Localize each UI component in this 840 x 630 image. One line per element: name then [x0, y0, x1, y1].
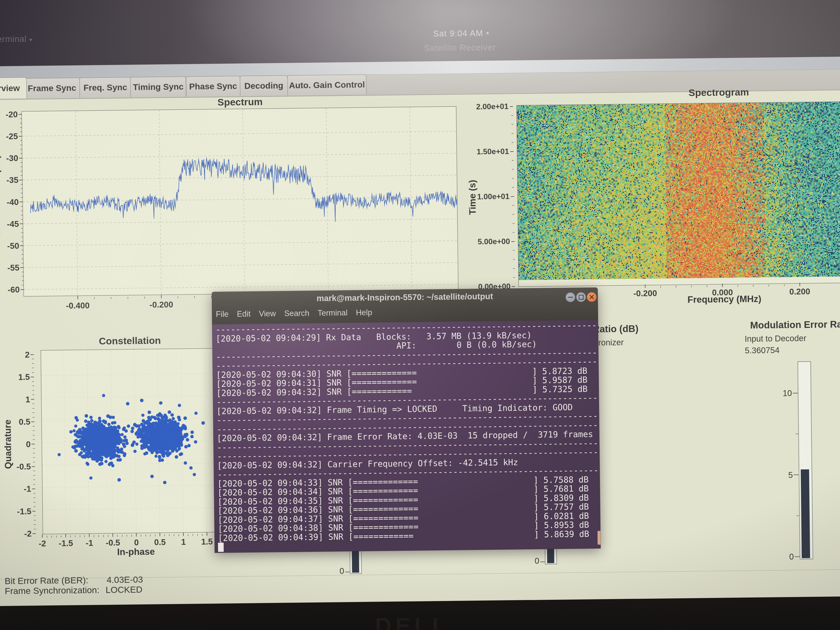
- chevron-down-icon: ▾: [29, 36, 32, 43]
- photographed-laptop-screen: Terminal ▾ Sat 9:04 AM ● Satellite Recei…: [0, 0, 840, 630]
- tick-label: -25: [6, 131, 18, 141]
- tick-label: 0.5: [154, 537, 166, 547]
- mer-panel-value: 5.360754: [745, 346, 780, 355]
- minor-tick-mark: [512, 133, 513, 134]
- tick-mark: [112, 534, 113, 537]
- tab-auto-gain-control[interactable]: Auto. Gain Control: [287, 74, 367, 95]
- minor-tick-mark: [178, 296, 178, 298]
- tick-label: -1.5: [17, 507, 31, 516]
- minor-tick-mark: [21, 197, 23, 198]
- tick-mark: [19, 114, 22, 115]
- minor-tick-mark: [84, 535, 85, 537]
- minor-tick-mark: [150, 535, 151, 537]
- minimize-button[interactable]: [565, 292, 575, 302]
- tick-label: 5.00e+00: [477, 237, 510, 246]
- minor-tick-mark: [141, 535, 141, 537]
- minor-tick-mark: [33, 475, 35, 475]
- tick-mark: [42, 534, 43, 538]
- mer-gauge-minor-tick: [796, 434, 798, 434]
- minor-tick-mark: [660, 286, 661, 288]
- minor-tick-mark: [512, 205, 514, 205]
- minor-tick-mark: [155, 534, 155, 536]
- snr-gauge-b-zero: 0: [535, 556, 539, 565]
- terminal-menu-terminal[interactable]: Terminal: [317, 308, 347, 318]
- tab-timing-sync[interactable]: Timing Sync: [130, 76, 186, 97]
- tab-label: Timing Sync: [133, 82, 184, 92]
- minor-tick-mark: [22, 285, 24, 286]
- minor-tick-mark: [513, 232, 515, 233]
- minor-tick-mark: [33, 502, 35, 502]
- minor-tick-mark: [117, 535, 118, 537]
- spectrum-title: Spectrum: [218, 96, 263, 108]
- tick-label: -1: [24, 484, 31, 494]
- notification-dot-icon: ●: [486, 30, 489, 36]
- minor-tick-mark: [513, 259, 515, 260]
- tab-label: Auto. Gain Control: [289, 80, 365, 90]
- terminal-body[interactable]: ----------------------------------------…: [212, 320, 600, 553]
- minor-tick-mark: [513, 214, 515, 215]
- minor-tick-mark: [22, 237, 23, 237]
- tab-phase-sync[interactable]: Phase Sync: [186, 76, 240, 97]
- topbar-clock[interactable]: Sat 9:04 AM ●: [433, 28, 489, 38]
- tick-label: -0.5: [16, 462, 31, 472]
- tick-mark: [20, 245, 23, 246]
- minor-tick-mark: [512, 124, 513, 125]
- tab-overview[interactable]: Overview: [0, 77, 27, 99]
- minor-tick-mark: [21, 232, 23, 233]
- minor-tick-mark: [32, 363, 34, 364]
- terminal-menu-edit[interactable]: Edit: [237, 309, 251, 319]
- maximize-button[interactable]: [576, 292, 586, 302]
- minor-tick-mark: [21, 162, 22, 163]
- minor-tick-mark: [94, 297, 95, 299]
- minor-tick-mark: [769, 284, 769, 286]
- minor-tick-mark: [21, 145, 22, 145]
- spectrogram-ylabel: Time (s): [467, 162, 478, 233]
- terminal-menu-search[interactable]: Search: [284, 309, 309, 318]
- tick-mark: [32, 444, 35, 444]
- tick-label: 0.000: [712, 288, 733, 297]
- minor-tick-mark: [178, 534, 179, 536]
- minor-tick-mark: [103, 535, 104, 537]
- tab-freq-sync[interactable]: Freq. Sync: [79, 77, 131, 98]
- minor-tick-mark: [33, 484, 35, 485]
- terminal-titlebar[interactable]: mark@mark-Inspiron-5570: ~/satellite/out…: [212, 287, 598, 324]
- terminal-window[interactable]: mark@mark-Inspiron-5570: ~/satellite/out…: [212, 287, 601, 553]
- minor-tick-mark: [33, 448, 35, 449]
- minor-tick-mark: [513, 250, 515, 251]
- minor-tick-mark: [21, 215, 23, 215]
- terminal-menu-help[interactable]: Help: [356, 308, 372, 317]
- close-button[interactable]: ✕: [587, 292, 597, 302]
- tick-mark: [512, 286, 515, 287]
- minor-tick-mark: [21, 193, 23, 193]
- tab-label: Overview: [0, 83, 20, 93]
- mer-gauge-tick: [794, 556, 800, 557]
- clock-text: Sat 9:04 AM: [433, 28, 483, 38]
- tab-frame-sync[interactable]: Frame Sync: [24, 77, 80, 98]
- minor-tick-mark: [512, 142, 513, 143]
- tick-label: 1.50e+01: [477, 147, 509, 156]
- terminal-scrollbar-thumb[interactable]: [597, 531, 601, 545]
- minor-tick-mark: [188, 534, 188, 536]
- minor-tick-mark: [20, 127, 22, 128]
- minor-tick-mark: [34, 515, 36, 516]
- tick-label: -20: [6, 110, 18, 119]
- tick-mark: [77, 296, 78, 299]
- minor-tick-mark: [21, 184, 23, 185]
- snr-gauge-a-zero: 0: [339, 566, 344, 576]
- minor-tick-mark: [20, 132, 22, 132]
- minor-tick-mark: [32, 395, 34, 395]
- tick-label: -1.5: [58, 538, 73, 548]
- terminal-output: ----------------------------------------…: [215, 321, 599, 543]
- topbar-app-menu[interactable]: Terminal ▾: [0, 34, 33, 44]
- tab-decoding[interactable]: Decoding: [240, 75, 288, 96]
- minor-tick-mark: [784, 284, 785, 286]
- minor-tick-mark: [21, 219, 23, 219]
- minor-tick-mark: [33, 507, 35, 507]
- terminal-menu-file[interactable]: File: [216, 309, 229, 319]
- mer-gauge-minor-tick: [796, 515, 799, 516]
- minor-tick-mark: [127, 535, 127, 537]
- minor-tick-mark: [753, 285, 753, 287]
- minor-tick-mark: [512, 178, 514, 178]
- terminal-menu-view[interactable]: View: [259, 309, 276, 318]
- gnome-top-bar: [0, 0, 840, 66]
